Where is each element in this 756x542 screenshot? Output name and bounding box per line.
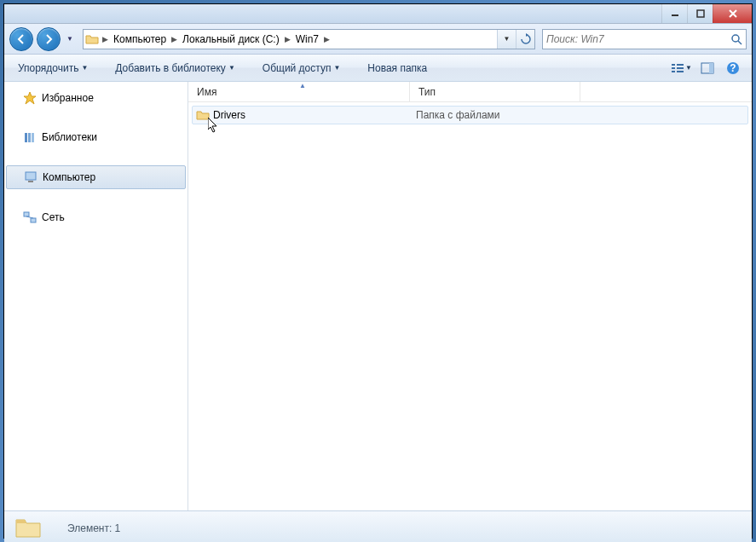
network-icon [23,210,37,224]
sidebar-item-network[interactable]: Сеть [4,206,188,228]
chevron-right-icon[interactable]: ▶ [101,35,110,43]
preview-pane-button[interactable] [697,59,718,78]
svg-rect-9 [677,71,684,72]
toolbar: Упорядочить▼ Добавить в библиотеку▼ Общи… [4,55,752,82]
sidebar-item-favorites[interactable]: Избранное [4,87,188,109]
column-header-type[interactable]: Тип [410,82,580,101]
file-list[interactable]: Drivers Папка с файлами [188,102,752,510]
minimize-button[interactable] [661,4,687,23]
chevron-down-icon: ▼ [333,64,340,72]
address-dropdown-button[interactable]: ▼ [497,30,516,49]
svg-rect-11 [709,63,713,73]
chevron-down-icon: ▼ [81,64,88,72]
new-folder-button[interactable]: Новая папка [362,59,432,78]
navigation-pane: Избранное Библиотеки Компьютер Сеть [4,82,188,510]
svg-line-21 [26,216,33,218]
close-icon [728,9,738,19]
svg-rect-20 [31,218,36,222]
chevron-down-icon: ▼ [685,64,692,72]
folder-icon [84,33,101,45]
svg-rect-19 [24,212,29,216]
libraries-icon [23,130,37,144]
chevron-right-icon[interactable]: ▶ [170,35,179,43]
address-bar[interactable]: ▶ Компьютер ▶ Локальный диск (C:) ▶ Win7… [83,29,535,49]
svg-rect-15 [28,133,31,142]
organize-menu[interactable]: Упорядочить▼ [13,59,93,78]
breadcrumb-segment[interactable]: Win7 [292,30,322,49]
sort-indicator-icon: ▲ [299,82,306,89]
help-icon: ? [726,61,740,75]
share-label: Общий доступ [263,62,332,74]
add-library-label: Добавить в библиотеку [115,62,226,74]
column-headers: Имя ▲ Тип [188,82,752,102]
arrow-right-icon [43,33,55,45]
navbar: ▼ ▶ Компьютер ▶ Локальный диск (C:) ▶ Wi… [4,24,752,55]
arrow-left-icon [15,33,27,45]
status-bar: Элемент: 1 [4,510,752,542]
svg-rect-1 [697,10,704,17]
help-button[interactable]: ? [723,59,743,78]
titlebar [4,4,752,24]
svg-line-3 [738,41,742,44]
svg-rect-14 [25,133,27,142]
explorer-window: ▼ ▶ Компьютер ▶ Локальный диск (C:) ▶ Wi… [3,3,753,539]
view-options-button[interactable]: ▼ [672,59,692,78]
status-text: Элемент: 1 [67,522,120,534]
svg-rect-17 [26,172,36,180]
forward-button[interactable] [37,27,61,51]
svg-rect-0 [672,14,678,16]
file-list-pane: Имя ▲ Тип Drivers Папка с файлами [188,82,752,510]
star-icon [23,91,37,105]
view-icon [672,62,684,74]
share-menu[interactable]: Общий доступ▼ [257,59,346,78]
close-button[interactable] [713,4,752,23]
folder-icon [196,109,210,121]
add-to-library-menu[interactable]: Добавить в библиотеку▼ [110,59,239,78]
sidebar-item-libraries[interactable]: Библиотеки [4,126,188,148]
svg-rect-7 [677,67,684,69]
chevron-right-icon[interactable]: ▶ [322,35,332,43]
sidebar-label: Избранное [42,90,94,106]
organize-label: Упорядочить [18,62,78,74]
svg-rect-18 [28,181,33,182]
back-button[interactable] [9,27,33,51]
chevron-right-icon[interactable]: ▶ [283,35,292,43]
sidebar-label: Сеть [42,210,65,225]
minimize-icon [671,9,679,18]
folder-large-icon [14,515,42,542]
sidebar-label: Компьютер [43,170,95,185]
search-input[interactable] [546,33,730,45]
file-name: Drivers [213,109,245,121]
maximize-icon [696,9,705,18]
sidebar-label: Библиотеки [42,130,97,145]
search-box[interactable] [542,29,747,49]
svg-rect-4 [672,64,675,66]
maximize-button[interactable] [687,4,713,23]
sidebar-item-computer[interactable]: Компьютер [6,165,186,189]
new-folder-label: Новая папка [367,62,427,74]
computer-icon [24,170,38,184]
svg-rect-5 [677,64,684,66]
svg-point-2 [732,35,739,42]
breadcrumb-segment[interactable]: Локальный диск (C:) [179,30,283,49]
refresh-button[interactable] [516,30,534,49]
breadcrumb-segment[interactable]: Компьютер [110,30,170,49]
history-dropdown[interactable]: ▼ [64,35,76,43]
svg-rect-8 [672,71,675,72]
file-type: Папка с файлами [416,109,500,121]
svg-rect-6 [672,67,675,69]
chevron-down-icon: ▼ [228,64,235,72]
refresh-icon [520,33,532,45]
search-icon[interactable] [730,33,742,45]
content-area: Избранное Библиотеки Компьютер Сеть Имя … [4,82,752,510]
file-row[interactable]: Drivers Папка с файлами [192,106,748,124]
pane-icon [701,62,714,74]
svg-text:?: ? [730,62,736,74]
svg-rect-16 [32,133,34,142]
